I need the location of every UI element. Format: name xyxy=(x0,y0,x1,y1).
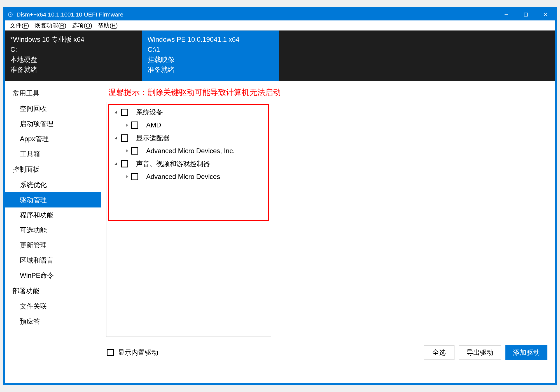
menu-h[interactable]: 帮助(H) xyxy=(95,20,120,31)
os-tab-line: 准备就绪 xyxy=(10,65,136,75)
show-builtin-toggle[interactable]: 显示内置驱动 xyxy=(106,348,158,357)
chevron-down-icon[interactable] xyxy=(115,162,118,166)
export-driver-button[interactable]: 导出驱动 xyxy=(459,345,501,360)
sidebar-item-startup-mgmt[interactable]: 启动项管理 xyxy=(5,116,101,131)
window-title: Dism++x64 10.1.1001.10 UEFI Firmware xyxy=(17,11,496,18)
sidebar-item-driver-mgmt[interactable]: 驱动管理 xyxy=(5,192,101,207)
tree-label: 系统设备 xyxy=(136,108,163,117)
sidebar-item-space-recycle[interactable]: 空间回收 xyxy=(5,101,101,116)
svg-rect-3 xyxy=(524,13,528,16)
chevron-right-icon[interactable] xyxy=(126,175,128,178)
os-tab-line: C:\1 xyxy=(148,45,274,55)
os-tab-0[interactable]: *Windows 10 专业版 x64C:本地硬盘准备就绪 xyxy=(5,31,142,81)
os-tab-line: 本地硬盘 xyxy=(10,55,136,65)
checkbox-icon[interactable] xyxy=(121,160,128,167)
os-tab-line: Windows PE 10.0.19041.1 x64 xyxy=(148,34,274,45)
chevron-right-icon[interactable] xyxy=(126,123,128,127)
sidebar-item-unattend[interactable]: 预应答 xyxy=(5,314,101,329)
sidebar-item-appx-mgmt[interactable]: Appx管理 xyxy=(5,131,101,146)
sidebar-group-header: 部署功能 xyxy=(5,283,101,299)
app-window: Dism++x64 10.1.1001.10 UEFI Firmware 文件(… xyxy=(4,8,556,384)
sidebar-item-winpe[interactable]: WinPE命令 xyxy=(5,268,101,283)
sidebar-group-header: 常用工具 xyxy=(5,85,101,101)
tree-label: 声音、视频和游戏控制器 xyxy=(136,159,210,168)
chevron-right-icon[interactable] xyxy=(126,149,128,153)
sidebar-item-toolbox[interactable]: 工具箱 xyxy=(5,146,101,162)
sidebar: 常用工具空间回收启动项管理Appx管理工具箱控制面板系统优化驱动管理程序和功能可… xyxy=(5,81,101,383)
tree-label: AMD xyxy=(146,121,161,129)
menubar: 文件(F)恢复功能(R)选项(O)帮助(H) xyxy=(5,20,555,31)
checkbox-icon[interactable] xyxy=(131,147,138,155)
os-tab-line: *Windows 10 专业版 x64 xyxy=(10,34,136,45)
menu-r[interactable]: 恢复功能(R) xyxy=(32,20,69,31)
minimize-button[interactable] xyxy=(496,9,516,20)
checkbox-icon[interactable] xyxy=(131,122,138,129)
close-button[interactable] xyxy=(536,9,555,20)
footer-row: 显示内置驱动 全选 导出驱动 添加驱动 xyxy=(106,337,547,360)
tree-row[interactable]: Advanced Micro Devices, Inc. xyxy=(109,144,269,157)
show-builtin-label: 显示内置驱动 xyxy=(118,348,158,357)
checkbox-icon[interactable] xyxy=(121,134,128,142)
sidebar-item-updates[interactable]: 更新管理 xyxy=(5,238,101,253)
checkbox-icon[interactable] xyxy=(131,173,138,180)
tree-row[interactable]: AMD xyxy=(109,119,269,132)
tree-label: Advanced Micro Devices xyxy=(146,173,220,181)
tree-label: Advanced Micro Devices, Inc. xyxy=(146,147,235,155)
menu-f[interactable]: 文件(F) xyxy=(7,20,32,31)
tree-row[interactable]: 显示适配器 xyxy=(109,132,269,144)
select-all-button[interactable]: 全选 xyxy=(424,345,454,360)
os-tab-line: C: xyxy=(10,45,136,55)
sidebar-item-optional[interactable]: 可选功能 xyxy=(5,223,101,238)
os-tab-line: 挂载映像 xyxy=(148,55,274,65)
svg-point-1 xyxy=(10,14,11,15)
driver-tree[interactable]: 系统设备AMD显示适配器Advanced Micro Devices, Inc.… xyxy=(106,102,271,337)
sidebar-item-file-assoc[interactable]: 文件关联 xyxy=(5,299,101,314)
content-panel: 温馨提示：删除关键驱动可能导致计算机无法启动 系统设备AMD显示适配器Advan… xyxy=(101,81,555,383)
sidebar-item-system-opt[interactable]: 系统优化 xyxy=(5,177,101,192)
chevron-down-icon[interactable] xyxy=(115,111,118,115)
tree-label: 显示适配器 xyxy=(136,134,170,143)
titlebar: Dism++x64 10.1.1001.10 UEFI Firmware xyxy=(5,9,555,20)
sidebar-item-programs[interactable]: 程序和功能 xyxy=(5,207,101,223)
window-controls xyxy=(496,9,555,20)
os-banner: *Windows 10 专业版 x64C:本地硬盘准备就绪Windows PE … xyxy=(5,31,555,81)
maximize-button[interactable] xyxy=(516,9,536,20)
os-tab-1[interactable]: Windows PE 10.0.19041.1 x64C:\1挂载映像准备就绪 xyxy=(142,31,279,81)
add-driver-button[interactable]: 添加驱动 xyxy=(505,345,547,360)
checkbox-icon[interactable] xyxy=(121,109,128,116)
tree-row[interactable]: 系统设备 xyxy=(109,106,269,119)
app-icon xyxy=(7,11,14,18)
chevron-down-icon[interactable] xyxy=(115,137,118,141)
main-area: 常用工具空间回收启动项管理Appx管理工具箱控制面板系统优化驱动管理程序和功能可… xyxy=(5,81,555,383)
checkbox-icon xyxy=(107,349,114,356)
tree-row[interactable]: 声音、视频和游戏控制器 xyxy=(109,157,269,170)
sidebar-group-header: 控制面板 xyxy=(5,162,101,177)
tree-row[interactable]: Advanced Micro Devices xyxy=(109,170,269,183)
sidebar-item-region[interactable]: 区域和语言 xyxy=(5,253,101,268)
menu-o[interactable]: 选项(O) xyxy=(69,20,95,31)
os-tab-line: 准备就绪 xyxy=(148,65,274,75)
footer-buttons: 全选 导出驱动 添加驱动 xyxy=(424,345,547,360)
warning-text: 温馨提示：删除关键驱动可能导致计算机无法启动 xyxy=(106,86,547,102)
